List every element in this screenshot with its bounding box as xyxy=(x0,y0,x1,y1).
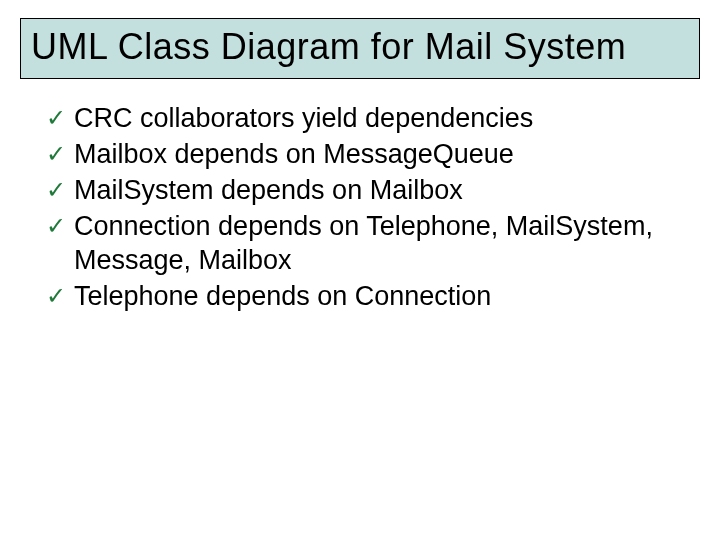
bullet-text: CRC collaborators yield dependencies xyxy=(74,101,533,135)
bullet-text: Connection depends on Telephone, MailSys… xyxy=(74,209,680,277)
list-item: ✓ Connection depends on Telephone, MailS… xyxy=(46,209,680,277)
bullet-text: MailSystem depends on Mailbox xyxy=(74,173,463,207)
title-container: UML Class Diagram for Mail System xyxy=(20,18,700,79)
list-item: ✓ Mailbox depends on MessageQueue xyxy=(46,137,680,171)
check-icon: ✓ xyxy=(46,137,66,171)
list-item: ✓ CRC collaborators yield dependencies xyxy=(46,101,680,135)
check-icon: ✓ xyxy=(46,209,66,243)
check-icon: ✓ xyxy=(46,279,66,313)
bullet-list: ✓ CRC collaborators yield dependencies ✓… xyxy=(20,101,700,313)
check-icon: ✓ xyxy=(46,101,66,135)
bullet-text: Mailbox depends on MessageQueue xyxy=(74,137,514,171)
page-title: UML Class Diagram for Mail System xyxy=(31,25,689,68)
list-item: ✓ MailSystem depends on Mailbox xyxy=(46,173,680,207)
bullet-text: Telephone depends on Connection xyxy=(74,279,491,313)
list-item: ✓ Telephone depends on Connection xyxy=(46,279,680,313)
check-icon: ✓ xyxy=(46,173,66,207)
